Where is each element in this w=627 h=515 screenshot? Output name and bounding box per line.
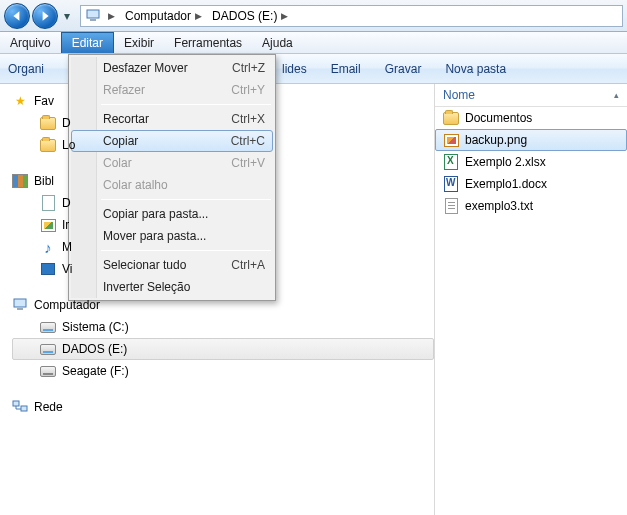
arrow-right-icon bbox=[39, 10, 51, 22]
music-icon: ♪ bbox=[40, 239, 56, 255]
tree-drive-item[interactable]: Seagate (F:) bbox=[12, 360, 434, 382]
nav-bar: ▾ ▶ Computador ▶ DADOS (E:) ▶ bbox=[0, 0, 627, 32]
drive-icon bbox=[40, 341, 56, 357]
file-row[interactable]: Documentos bbox=[435, 107, 627, 129]
breadcrumb-dados[interactable]: DADOS (E:) ▶ bbox=[209, 9, 291, 23]
tree-item-label: D bbox=[62, 116, 71, 130]
doc-icon bbox=[40, 195, 56, 211]
tree-item-label: D bbox=[62, 196, 71, 210]
monitor-svg bbox=[85, 8, 101, 24]
tree-computer-label: Computador bbox=[34, 298, 100, 312]
toolbar-slides[interactable]: lides bbox=[282, 62, 307, 76]
toolbar-email[interactable]: Email bbox=[331, 62, 361, 76]
drive-icon bbox=[40, 363, 56, 379]
column-header-nome[interactable]: Nome ▴ bbox=[435, 84, 627, 107]
img-icon bbox=[40, 217, 56, 233]
file-name: Documentos bbox=[465, 111, 532, 125]
file-list-pane: Nome ▴ Documentosbackup.pngExemplo 2.xls… bbox=[435, 84, 627, 515]
docx-icon bbox=[443, 176, 459, 192]
star-icon: ★ bbox=[12, 93, 28, 109]
menu-bar: Arquivo Editar Exibir Ferramentas Ajuda bbox=[0, 32, 627, 54]
xlsx-icon bbox=[443, 154, 459, 170]
tree-item-label: Sistema (C:) bbox=[62, 320, 129, 334]
sort-indicator-icon: ▴ bbox=[614, 90, 619, 100]
menu-arquivo[interactable]: Arquivo bbox=[0, 32, 61, 53]
tree-libraries-label: Bibl bbox=[34, 174, 54, 188]
tree-favorite-item[interactable]: D bbox=[12, 112, 434, 134]
nav-history-dropdown[interactable]: ▾ bbox=[60, 3, 74, 29]
menu-ferramentas[interactable]: Ferramentas bbox=[164, 32, 252, 53]
breadcrumb-computer-label: Computador bbox=[125, 9, 191, 23]
drive-icon bbox=[40, 319, 56, 335]
toolbar-nova-pasta[interactable]: Nova pasta bbox=[445, 62, 506, 76]
tree-item-label: Lo bbox=[62, 138, 75, 152]
menu-editar[interactable]: Editar bbox=[61, 32, 114, 53]
column-header-label: Nome bbox=[443, 88, 475, 102]
menu-exibir[interactable]: Exibir bbox=[114, 32, 164, 53]
libraries-icon bbox=[12, 173, 28, 189]
back-button[interactable] bbox=[4, 3, 30, 29]
file-row[interactable]: Exemplo1.docx bbox=[435, 173, 627, 195]
tree-favorite-item[interactable]: Lo bbox=[12, 134, 434, 156]
svg-rect-2 bbox=[14, 299, 26, 307]
tree-item-label: DADOS (E:) bbox=[62, 342, 127, 356]
arrow-left-icon bbox=[11, 10, 23, 22]
address-bar[interactable]: ▶ Computador ▶ DADOS (E:) ▶ bbox=[80, 5, 623, 27]
chevron-right-icon: ▶ bbox=[281, 11, 288, 21]
computer-icon bbox=[12, 297, 28, 313]
file-row[interactable]: Exemplo 2.xlsx bbox=[435, 151, 627, 173]
computer-icon bbox=[85, 8, 101, 24]
tree-library-item[interactable]: Ir bbox=[12, 214, 434, 236]
toolbar-gravar[interactable]: Gravar bbox=[385, 62, 422, 76]
tree-computer[interactable]: Computador bbox=[12, 294, 434, 316]
folder-icon bbox=[443, 110, 459, 126]
tree-drive-item[interactable]: Sistema (C:) bbox=[12, 316, 434, 338]
breadcrumb-dados-label: DADOS (E:) bbox=[212, 9, 277, 23]
tree-favorites[interactable]: ★ Fav bbox=[12, 90, 434, 112]
file-row[interactable]: backup.png bbox=[435, 129, 627, 151]
menu-ajuda[interactable]: Ajuda bbox=[252, 32, 303, 53]
nav-tree-pane: ★ Fav DLo Bibl DIr♪MVi Computador Sistem… bbox=[0, 84, 435, 515]
menu-item-shortcut: Ctrl+Z bbox=[232, 61, 265, 75]
tree-library-item[interactable]: ♪M bbox=[12, 236, 434, 258]
folder-icon bbox=[40, 137, 56, 153]
tree-item-label: Vi bbox=[62, 262, 72, 276]
tree-favorites-label: Fav bbox=[34, 94, 54, 108]
breadcrumb-computer[interactable]: Computador ▶ bbox=[122, 9, 205, 23]
forward-button[interactable] bbox=[32, 3, 58, 29]
tree-network-label: Rede bbox=[34, 400, 63, 414]
file-row[interactable]: exemplo3.txt bbox=[435, 195, 627, 217]
chevron-right-icon: ▶ bbox=[195, 11, 202, 21]
tree-drive-item[interactable]: DADOS (E:) bbox=[12, 338, 434, 360]
breadcrumb-root[interactable]: ▶ bbox=[105, 11, 118, 21]
svg-rect-1 bbox=[90, 19, 96, 21]
png-icon bbox=[443, 132, 459, 148]
tree-item-label: Seagate (F:) bbox=[62, 364, 129, 378]
vid-icon bbox=[40, 261, 56, 277]
menu-item-desfazer-mover[interactable]: Desfazer MoverCtrl+Z bbox=[71, 57, 273, 79]
tree-libraries[interactable]: Bibl bbox=[12, 170, 434, 192]
tree-item-label: Ir bbox=[62, 218, 69, 232]
tree-library-item[interactable]: D bbox=[12, 192, 434, 214]
folder-icon bbox=[40, 115, 56, 131]
file-name: backup.png bbox=[465, 133, 527, 147]
svg-rect-5 bbox=[21, 406, 27, 411]
network-icon bbox=[12, 399, 28, 415]
menu-item-label: Desfazer Mover bbox=[103, 61, 188, 75]
file-name: exemplo3.txt bbox=[465, 199, 533, 213]
tree-item-label: M bbox=[62, 240, 72, 254]
txt-icon bbox=[443, 198, 459, 214]
main-split: ★ Fav DLo Bibl DIr♪MVi Computador Sistem… bbox=[0, 84, 627, 515]
tree-library-item[interactable]: Vi bbox=[12, 258, 434, 280]
svg-rect-4 bbox=[13, 401, 19, 406]
svg-rect-0 bbox=[87, 10, 99, 18]
file-name: Exemplo 2.xlsx bbox=[465, 155, 546, 169]
file-name: Exemplo1.docx bbox=[465, 177, 547, 191]
svg-rect-3 bbox=[17, 308, 23, 310]
toolbar-organize[interactable]: Organiz bbox=[8, 62, 44, 76]
tree-network[interactable]: Rede bbox=[12, 396, 434, 418]
